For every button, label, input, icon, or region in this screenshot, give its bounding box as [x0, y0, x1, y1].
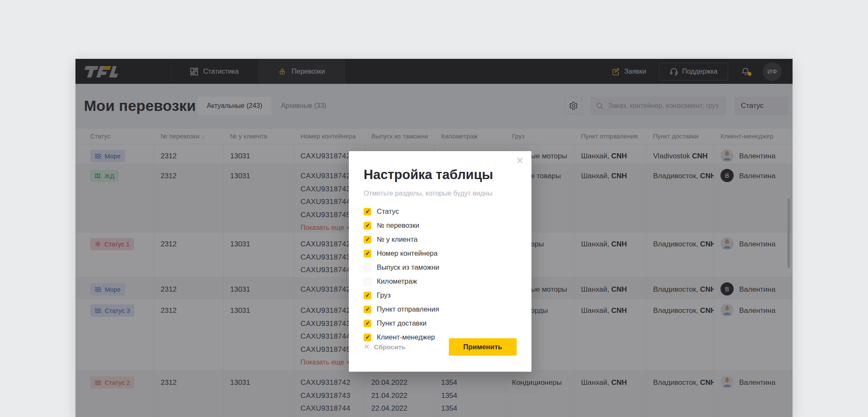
close-icon[interactable]: ✕: [516, 155, 524, 166]
modal-subtitle: Отметьте разделы, которые будут видны: [364, 190, 517, 197]
column-checkbox-list: Статус № перевозки № у клиента Номер кон…: [364, 207, 517, 341]
checkbox-icon: [364, 306, 371, 313]
checkbox-destination[interactable]: Пункт доставки: [364, 319, 517, 327]
checkbox-customs[interactable]: Выпуск из таможни: [364, 263, 517, 271]
checkbox-container[interactable]: Номер контейнера: [364, 249, 517, 257]
checkbox-icon: [364, 320, 371, 327]
close-icon: ✕: [364, 342, 370, 351]
checkbox-origin[interactable]: Пункт отправления: [364, 305, 517, 313]
modal-title: Настройка таблицы: [364, 167, 517, 182]
checkbox-icon: [364, 250, 371, 257]
checkbox-icon: [364, 278, 371, 285]
table-settings-modal: ✕ Настройка таблицы Отметьте разделы, ко…: [349, 151, 531, 372]
checkbox-icon: [364, 292, 371, 299]
checkbox-icon: [364, 222, 371, 229]
checkbox-status[interactable]: Статус: [364, 207, 517, 215]
modal-footer: ✕ Сбросить Применить: [364, 338, 517, 356]
checkbox-icon: [364, 236, 371, 243]
checkbox-icon: [364, 208, 371, 215]
apply-button[interactable]: Применить: [449, 338, 517, 356]
checkbox-km[interactable]: Километраж: [364, 277, 517, 285]
checkbox-cargo[interactable]: Груз: [364, 291, 517, 299]
checkbox-shipment-no[interactable]: № перевозки: [364, 221, 517, 229]
reset-button[interactable]: ✕ Сбросить: [364, 342, 406, 351]
checkbox-icon: [364, 264, 371, 271]
checkbox-client-no[interactable]: № у клиента: [364, 235, 517, 243]
